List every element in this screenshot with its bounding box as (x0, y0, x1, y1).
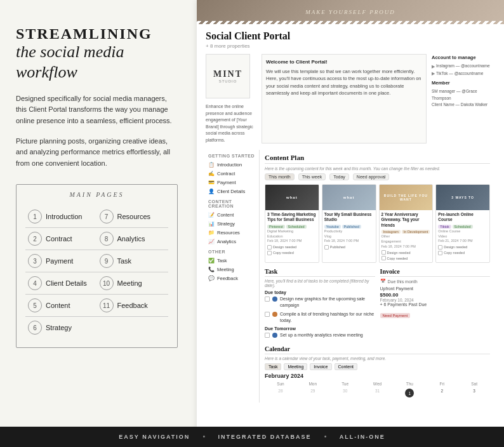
instagram-handle: Instagram — @accountname (436, 63, 490, 69)
page-num-1: 1 (28, 210, 42, 223)
footer-item-database: INTEGRATED DATABASE (218, 434, 312, 440)
cal-cell-1[interactable]: 1 (394, 387, 425, 399)
card-body-1: 3 Time-Saving Marketing Tips for Small B… (265, 210, 319, 257)
nav-item-resources[interactable]: 📁 Resources (206, 228, 256, 237)
page-item-3[interactable]: 3 Payment (25, 250, 97, 272)
nav-item-feedback[interactable]: 💬 Feedback (206, 274, 256, 283)
nav-item-strategy[interactable]: 📊 Strategy (206, 219, 256, 228)
invoice-date: February 10, 2024 (380, 298, 491, 302)
strategy-icon: 📊 (208, 221, 215, 227)
page-num-5: 5 (28, 298, 42, 312)
check-box-2 (324, 245, 329, 250)
nav-label-task: Task (217, 258, 227, 264)
filter-this-week[interactable]: This week (298, 173, 326, 180)
task-item-3: Set up a monthly analytics review meetin… (265, 332, 375, 338)
nav-item-payment[interactable]: 💳 Payment (206, 178, 256, 187)
task-check-3[interactable] (265, 333, 270, 338)
card-meta-4: Online CourseVideoFeb 21, 2024 7:00 PM (438, 229, 487, 244)
analytics-icon: 📈 (208, 239, 215, 244)
content-plan-title: Content Plan (265, 154, 490, 164)
two-col-layout: Getting Started 📋 Introduction ✍ Contrac… (206, 150, 495, 403)
card-tag-youtube: Youtube (324, 225, 341, 229)
enhance-text: Enhance the online presence and audience… (206, 103, 256, 143)
page-item-11[interactable]: 11 Feedback (97, 295, 169, 317)
description-1: Designed specifically for social media m… (16, 93, 178, 127)
content-plan-desc: Here is the upcoming content for this we… (265, 166, 490, 171)
invoice-due-label: Due this month (388, 279, 418, 284)
cal-header-sat: Sat (458, 381, 490, 387)
introduction-icon: 📋 (208, 162, 215, 168)
nav-item-analytics[interactable]: 📈 Analytics (206, 237, 256, 246)
nav-label-resources: Resources (217, 230, 240, 236)
nav-item-contract[interactable]: ✍ Contract (206, 169, 256, 178)
invoice-section: Invoice 📅 Due this month Upfront Payment… (380, 268, 491, 340)
page-item-8[interactable]: 8 Analytics (97, 228, 169, 250)
page-item-5[interactable]: 5 Content (25, 295, 97, 317)
task-text-3: Set up a monthly analytics review meetin… (280, 332, 363, 338)
client-name: Client Name — Dakota Walker (432, 102, 495, 108)
page-name-10: Meeting (117, 279, 142, 287)
invoice-payment-label: Upfront Payment (380, 286, 491, 291)
left-panel: STREAMLINING the social mediaworkflow De… (0, 0, 197, 447)
filter-need-approval[interactable]: Need approval (353, 173, 390, 180)
due-tomorrow-label: Due Tomorrow (265, 326, 375, 331)
check-box-4a (438, 245, 442, 250)
task-text-2: Compile a list of trending hashtags for … (280, 311, 375, 324)
card-title-3: 2 Year Anniversary Giveaway. Tag your fr… (381, 212, 431, 228)
page-item-7[interactable]: 7 Resources (97, 206, 169, 228)
check-box-1a (267, 245, 272, 250)
card-body-3: 2 Year Anniversary Giveaway. Tag your fr… (380, 210, 433, 262)
cal-tab-invoice[interactable]: Invoice (310, 363, 331, 370)
nav-item-meeting[interactable]: 📞 Meeting (206, 265, 256, 274)
task-check-1[interactable] (265, 297, 270, 302)
arrow-tiktok-icon: ▶ (432, 70, 435, 77)
page-item-9[interactable]: 9 Task (97, 250, 169, 272)
banner-zigzag (197, 21, 504, 27)
cal-tab-meeting[interactable]: Meeting (284, 363, 307, 370)
nav-label-client-details: Client Details (217, 189, 245, 194)
main-content-area: Content Plan Here is the upcoming conten… (260, 150, 495, 403)
nav-item-client-details[interactable]: 👤 Client Details (206, 187, 256, 196)
filter-today[interactable]: Today (329, 173, 349, 180)
nav-item-task[interactable]: ✅ Task (206, 256, 256, 265)
page-item-2[interactable]: 2 Contract (25, 228, 97, 250)
nav-item-content[interactable]: 📝 Content (206, 210, 256, 219)
page-num-8: 8 (100, 232, 114, 246)
bottom-footer: EASY NAVIGATION • INTEGRATED DATABASE • … (0, 427, 504, 447)
page-name-4: Client Details (46, 279, 87, 287)
task-desc: Here, you'll find a list of tasks to be … (265, 279, 375, 288)
card-tag-scheduled-1: Scheduled (286, 225, 307, 229)
cal-tab-task[interactable]: Task (265, 363, 281, 370)
page-item-10[interactable]: 10 Meeting (97, 272, 169, 295)
page-item-1[interactable]: 1 Introduction (25, 206, 97, 228)
invoice-status-badge: Need Payment (380, 313, 411, 318)
cal-tab-content[interactable]: Content (335, 363, 358, 370)
pages-grid: 1 Introduction 7 Resources 2 Contract 8 … (25, 206, 168, 338)
page-item-4[interactable]: 4 Client Details (25, 272, 97, 295)
task-check-2[interactable] (265, 312, 270, 317)
footer-dot-1: • (202, 432, 205, 442)
card-title-2: Tour My Small Business Studio (324, 212, 374, 223)
resources-icon: 📁 (208, 230, 215, 236)
footer-item-navigation: EASY NAVIGATION (119, 434, 190, 440)
filter-this-month[interactable]: This month (265, 173, 295, 180)
card-body-4: Pre-launch Online Course Tiktok Schedule… (436, 210, 489, 257)
contract-icon: ✍ (208, 171, 215, 177)
card-img-4: 3 WAYS TO (436, 185, 489, 210)
page-num-11: 11 (100, 298, 114, 312)
cal-cell-28: 28 (265, 387, 296, 399)
main-pages-section: MAIN PAGES 1 Introduction 7 Resources 2 … (16, 184, 178, 348)
payment-icon: 💳 (208, 180, 215, 185)
nav-item-introduction[interactable]: 📋 Introduction (206, 160, 256, 169)
welcome-text-box: Welcome to Client Portal! We will use th… (262, 54, 427, 143)
card-title-4: Pre-launch Online Course (438, 212, 487, 223)
logo-enhance-col: MINT STUDIO Enhance the online presence … (206, 54, 256, 143)
invoice-title: Invoice (380, 268, 491, 277)
card-title-1: 3 Time-Saving Marketing Tips for Small B… (267, 212, 317, 223)
mint-logo-text: MINT (213, 69, 242, 79)
page-item-6[interactable]: 6 Strategy (25, 317, 97, 338)
card-tag-development: In Development (402, 230, 430, 234)
page-name-2: Contract (46, 235, 72, 243)
card-check-4a: Design needed (438, 245, 487, 250)
meeting-icon: 📞 (208, 267, 215, 272)
